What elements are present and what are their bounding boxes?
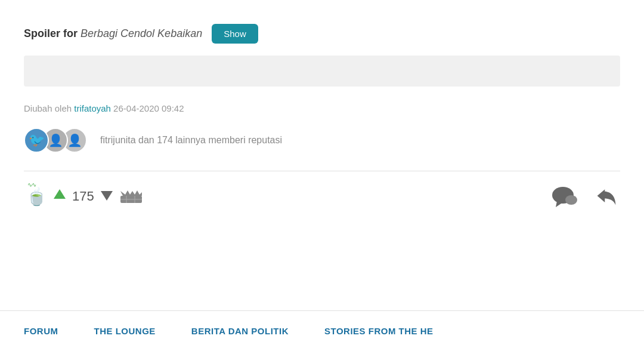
reputation-text: fitrijunita dan 174 lainnya memberi repu… (100, 135, 282, 146)
edited-prefix: Diubah oleh (24, 103, 72, 113)
downvote-arrow[interactable] (100, 189, 113, 205)
avatar-1: 🐦 (24, 128, 49, 153)
edited-by: Diubah oleh trifatoyah 26-04-2020 09:42 (24, 103, 620, 113)
spoiler-for-text: Spoiler for (24, 27, 78, 39)
action-icons (551, 183, 618, 210)
nav-berita[interactable]: BERITA DAN POLITIK (174, 326, 306, 336)
nav-forum[interactable]: FORUM (18, 326, 76, 336)
reputation-row: 🐦 👤 👤 fitrijunita dan 174 lainnya member… (24, 128, 620, 153)
spoiler-content-box (24, 56, 620, 87)
show-button[interactable]: Show (212, 24, 258, 44)
main-content: Spoiler for Berbagi Cendol Kebaikan Show… (0, 0, 644, 210)
bird-icon: 🐦 (29, 133, 45, 148)
edited-user-link[interactable]: trifatoyah (74, 103, 111, 113)
svg-point-9 (565, 195, 577, 205)
action-row: ∿∿ 🍵 175 (24, 183, 620, 210)
vote-section: ∿∿ 🍵 175 (26, 186, 142, 207)
nav-lounge[interactable]: THE LOUNGE (76, 326, 174, 336)
spoiler-row: Spoiler for Berbagi Cendol Kebaikan Show (24, 24, 620, 44)
ghost-icon-2: 👤 (67, 133, 82, 147)
vote-count: 175 (72, 189, 94, 204)
bottom-nav: FORUM THE LOUNGE BERITA DAN POLITIK STOR… (0, 310, 644, 351)
svg-marker-1 (101, 191, 113, 201)
spoiler-title: Berbagi Cendol Kebaikan (80, 27, 202, 39)
nav-stories[interactable]: STORIES FROM THE HE (306, 326, 451, 336)
svg-marker-0 (54, 189, 66, 199)
spoiler-label: Spoiler for Berbagi Cendol Kebaikan (24, 27, 202, 40)
reply-button[interactable] (595, 185, 618, 208)
comment-button[interactable] (551, 183, 577, 210)
cendol-icon[interactable]: ∿∿ 🍵 (26, 186, 47, 207)
avatar-group: 🐦 👤 👤 (24, 128, 81, 153)
edited-timestamp: 26-04-2020 09:42 (113, 103, 184, 113)
ghost-icon-1: 👤 (48, 133, 63, 147)
svg-marker-2 (120, 190, 142, 196)
upvote-arrow[interactable] (53, 188, 66, 205)
bata-icon[interactable] (119, 190, 142, 203)
divider (24, 171, 620, 171)
